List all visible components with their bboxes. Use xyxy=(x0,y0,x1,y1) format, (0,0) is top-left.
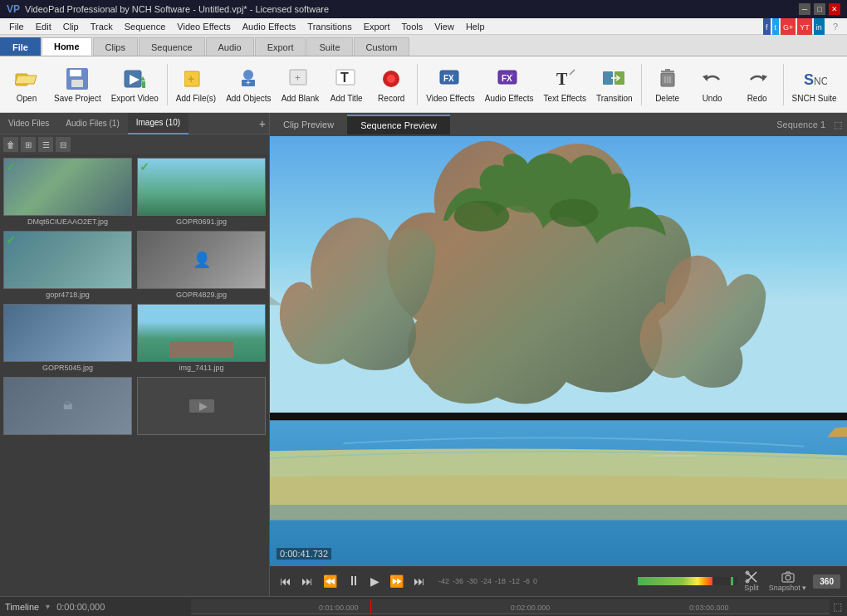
media-panel: Video Files Audio Files (1) Images (10) … xyxy=(0,113,270,596)
add-media-tab-button[interactable]: + xyxy=(259,117,266,130)
timeline-expand-button[interactable]: ⬚ xyxy=(833,601,842,613)
save-project-button[interactable]: Save Project xyxy=(50,61,105,109)
360-button[interactable]: 360 xyxy=(813,574,840,589)
menu-video-effects[interactable]: Video Effects xyxy=(171,18,236,35)
delete-button[interactable]: Delete xyxy=(646,61,689,109)
list-item[interactable]: 🏔 xyxy=(3,377,132,437)
transition-button[interactable]: Transition xyxy=(592,61,637,109)
delete-icon xyxy=(654,66,681,92)
add-objects-button[interactable]: + Add Objects xyxy=(222,61,275,109)
svg-rect-6 xyxy=(142,81,145,88)
add-blank-button[interactable]: + Add Blank xyxy=(277,61,324,109)
svg-text:+: + xyxy=(246,78,251,87)
social-icon-1[interactable]: f xyxy=(763,18,771,35)
sequence-title: Sequence 1 xyxy=(776,120,825,130)
tab-home[interactable]: Home xyxy=(42,37,92,56)
svg-text:+: + xyxy=(295,72,301,84)
tab-suite[interactable]: Suite xyxy=(306,37,352,56)
video-effects-button[interactable]: FX Video Effects xyxy=(422,61,479,109)
svg-text:FX: FX xyxy=(443,74,454,83)
timeline-panel: Timeline ▾ 0:00:00,000 0:01:00.000 0:02:… xyxy=(0,596,847,616)
media-tab-audio[interactable]: Audio Files (1) xyxy=(57,113,127,134)
menu-help[interactable]: Help xyxy=(460,18,491,35)
list-item[interactable]: ✓ gopr4718.jpg xyxy=(3,231,132,299)
media-thumbnail xyxy=(3,304,132,362)
timeline-cursor-indicator xyxy=(370,599,371,614)
menu-transitions[interactable]: Transitions xyxy=(301,18,357,35)
snapshot-button-group: Snapshot ▾ xyxy=(769,570,807,592)
menu-sequence[interactable]: Sequence xyxy=(119,18,172,35)
titlebar: VP VideoPad Professional by NCH Software… xyxy=(0,0,847,18)
menu-track[interactable]: Track xyxy=(85,18,119,35)
svg-point-42 xyxy=(454,201,510,232)
vol-label-neg18: -18 xyxy=(495,577,506,585)
tab-sequence[interactable]: Sequence xyxy=(139,37,205,56)
menu-export[interactable]: Export xyxy=(358,18,396,35)
export-video-button[interactable]: Export Video xyxy=(107,61,163,109)
tab-custom[interactable]: Custom xyxy=(354,37,410,56)
window-controls[interactable]: ─ □ ✕ xyxy=(799,3,840,15)
media-delete-btn[interactable]: 🗑 xyxy=(3,137,18,152)
tab-export[interactable]: Export xyxy=(255,37,306,56)
media-sort-btn[interactable]: ⊟ xyxy=(56,137,71,152)
list-item[interactable]: GOPR5045.jpg xyxy=(3,304,132,372)
export-video-label: Export Video xyxy=(111,94,159,103)
social-icon-5[interactable]: in xyxy=(814,18,825,35)
rewind-button[interactable]: ⏪ xyxy=(320,573,340,589)
minimize-button[interactable]: ─ xyxy=(799,3,810,15)
open-button[interactable]: Open xyxy=(5,61,48,109)
maximize-button[interactable]: □ xyxy=(814,3,825,15)
list-item[interactable]: 👤 GOPR4829.jpg xyxy=(137,231,266,299)
record-button[interactable]: Record xyxy=(370,61,413,109)
add-title-button[interactable]: T Add Title xyxy=(325,61,368,109)
audio-effects-button[interactable]: FX♪ Audio Effects xyxy=(481,61,538,109)
nch-suite-button[interactable]: SNCH SNCH Suite xyxy=(788,61,841,109)
svg-rect-3 xyxy=(71,80,83,87)
redo-button[interactable]: Redo xyxy=(736,61,779,109)
tab-file[interactable]: File xyxy=(0,37,41,56)
nch-suite-label: SNCH Suite xyxy=(792,94,837,103)
sequence-preview-tab[interactable]: Sequence Preview xyxy=(347,115,450,134)
media-view-list-btn[interactable]: ☰ xyxy=(38,137,53,152)
list-item[interactable]: ✓ GOPR0691.jpg xyxy=(137,158,266,226)
menu-edit[interactable]: Edit xyxy=(30,18,57,35)
pause-button[interactable]: ⏸ xyxy=(344,572,364,590)
text-effects-button[interactable]: T Text Effects xyxy=(540,61,591,109)
menu-tools[interactable]: Tools xyxy=(396,18,429,35)
svg-point-53 xyxy=(786,575,791,580)
title-area: VP VideoPad Professional by NCH Software… xyxy=(7,3,329,15)
social-icon-2[interactable]: t xyxy=(772,18,780,35)
goto-end-button[interactable]: ⏭ xyxy=(410,573,428,589)
play-button[interactable]: ▶ xyxy=(367,573,383,589)
add-files-button[interactable]: + Add File(s) xyxy=(172,61,220,109)
social-icon-3[interactable]: G+ xyxy=(781,18,796,35)
clip-preview-tab[interactable]: Clip Preview xyxy=(270,115,347,134)
media-view-thumb-btn[interactable]: ⊞ xyxy=(21,137,36,152)
menu-clip[interactable]: Clip xyxy=(57,18,85,35)
social-icon-4[interactable]: YT xyxy=(797,18,812,35)
svg-text:T: T xyxy=(340,71,349,85)
timeline-dropdown-icon[interactable]: ▾ xyxy=(46,602,50,611)
media-thumbnail: ✓ xyxy=(137,158,266,216)
expand-preview-icon[interactable]: ⬚ xyxy=(834,120,842,130)
undo-button[interactable]: Undo xyxy=(691,61,734,109)
media-tab-video[interactable]: Video Files xyxy=(0,113,57,134)
timeline-ruler[interactable]: 0:01:00.000 0:02:00.000 0:03:00.000 xyxy=(191,599,830,614)
list-item[interactable] xyxy=(137,377,266,437)
menu-file[interactable]: File xyxy=(3,18,30,35)
menu-view[interactable]: View xyxy=(428,18,460,35)
fast-forward-button[interactable]: ⏩ xyxy=(386,573,407,589)
media-filename: gopr4718.jpg xyxy=(46,291,90,299)
goto-start-button[interactable]: ⏮ xyxy=(277,573,295,589)
list-item[interactable]: ✓ DMqt6CIUEAAO2ET.jpg xyxy=(3,158,132,226)
media-thumbnail: ✓ xyxy=(3,158,132,216)
svg-marker-35 xyxy=(762,75,767,81)
menu-audio-effects[interactable]: Audio Effects xyxy=(237,18,302,35)
tab-audio[interactable]: Audio xyxy=(206,37,254,56)
media-tab-images[interactable]: Images (10) xyxy=(128,113,188,134)
prev-frame-button[interactable]: ⏭ xyxy=(298,573,316,589)
tab-clips[interactable]: Clips xyxy=(93,37,138,56)
list-item[interactable]: img_7411.jpg xyxy=(137,304,266,372)
help-question[interactable]: ? xyxy=(827,18,844,35)
close-button[interactable]: ✕ xyxy=(829,3,840,15)
